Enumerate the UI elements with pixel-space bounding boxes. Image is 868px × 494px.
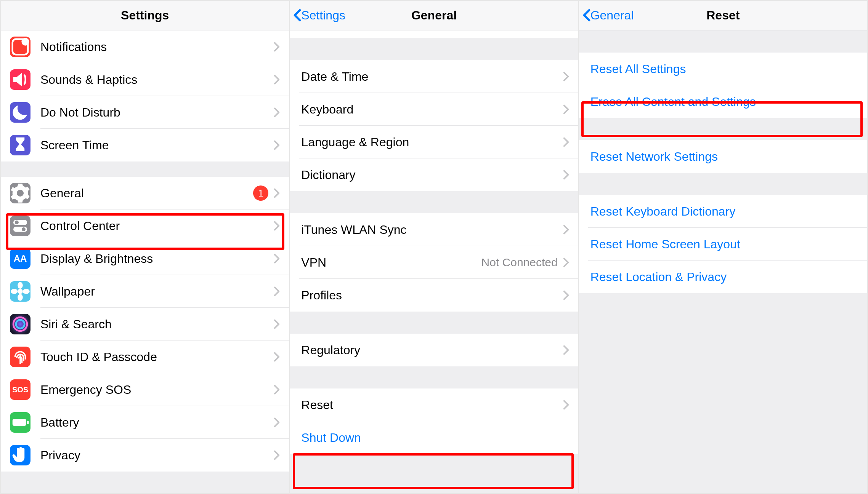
navbar-reset: General Reset (579, 1, 867, 30)
row-label: Battery (40, 416, 274, 430)
svg-point-7 (19, 283, 22, 288)
back-button-reset[interactable]: General (583, 1, 634, 30)
row-reset-keyboard-dictionary[interactable]: Reset Keyboard Dictionary (579, 195, 867, 228)
row-date-time[interactable]: Date & Time (290, 60, 578, 93)
row-battery[interactable]: Battery (1, 406, 289, 439)
settings-group-1: Notifications Sounds & Haptics (1, 30, 289, 161)
chevron-right-icon (563, 72, 569, 82)
chevron-right-icon (563, 225, 569, 235)
chevron-right-icon (563, 345, 569, 355)
general-group-d: Reset Shut Down (290, 388, 578, 454)
back-button-general[interactable]: Settings (294, 1, 345, 30)
row-label: Touch ID & Passcode (40, 350, 274, 364)
row-screen-time[interactable]: Screen Time (1, 129, 289, 161)
row-profiles[interactable]: Profiles (290, 279, 578, 312)
row-reset-location-privacy[interactable]: Reset Location & Privacy (579, 261, 867, 293)
row-notifications[interactable]: Notifications (1, 30, 289, 63)
row-label: VPN (301, 256, 481, 270)
row-label: Dictionary (301, 168, 563, 182)
navbar-settings: Settings (1, 1, 289, 30)
row-label: Do Not Disturb (40, 106, 274, 120)
row-label: Siri & Search (40, 317, 274, 331)
reset-group-a: Reset All Settings Erase All Content and… (579, 53, 867, 118)
svg-point-12 (16, 320, 25, 329)
chevron-right-icon (274, 140, 280, 150)
row-reset-all-settings[interactable]: Reset All Settings (579, 53, 867, 85)
row-reset-network-settings[interactable]: Reset Network Settings (579, 140, 867, 173)
row-siri-search[interactable]: Siri & Search (1, 308, 289, 341)
fingerprint-icon (10, 347, 30, 367)
pane-reset: General Reset Reset All Settings Erase A… (579, 1, 867, 493)
row-reset[interactable]: Reset (290, 388, 578, 421)
row-display-brightness[interactable]: AA Display & Brightness (1, 242, 289, 275)
switches-icon (10, 216, 30, 236)
row-regulatory[interactable]: Regulatory (290, 334, 578, 366)
moon-icon (10, 102, 30, 123)
badge-count: 1 (253, 185, 268, 201)
row-general[interactable]: General 1 (1, 177, 289, 209)
row-label: Screen Time (40, 138, 274, 152)
svg-point-1 (21, 38, 29, 45)
chevron-right-icon (274, 107, 280, 117)
siri-icon (10, 314, 30, 334)
row-reset-home-screen-layout[interactable]: Reset Home Screen Layout (579, 228, 867, 261)
hand-icon (10, 445, 30, 465)
chevron-right-icon (563, 104, 569, 114)
row-erase-all-content[interactable]: Erase All Content and Settings (579, 85, 867, 118)
general-group-b: iTunes WLAN Sync VPN Not Connected Profi… (290, 213, 578, 312)
row-label: Date & Time (301, 70, 563, 84)
sounds-icon (10, 69, 30, 90)
svg-rect-14 (27, 421, 29, 424)
row-sounds-haptics[interactable]: Sounds & Haptics (1, 63, 289, 96)
row-label: Shut Down (301, 431, 569, 445)
row-language-region[interactable]: Language & Region (290, 126, 578, 158)
row-label: Reset Network Settings (590, 150, 858, 164)
chevron-right-icon (274, 417, 280, 427)
row-dictionary[interactable]: Dictionary (290, 158, 578, 191)
chevron-right-icon (274, 221, 280, 231)
row-control-center[interactable]: Control Center (1, 209, 289, 242)
svg-rect-13 (13, 419, 26, 426)
row-emergency-sos[interactable]: SOS Emergency SOS (1, 373, 289, 406)
gear-icon (10, 183, 30, 203)
notifications-icon (10, 37, 30, 57)
back-label: General (590, 8, 634, 22)
row-label: Profiles (301, 288, 563, 302)
aa-icon: AA (10, 248, 30, 269)
content-reset: Reset All Settings Erase All Content and… (579, 30, 867, 493)
row-keyboard[interactable]: Keyboard (290, 93, 578, 126)
reset-group-b: Reset Network Settings (579, 140, 867, 173)
general-group-c: Regulatory (290, 334, 578, 366)
chevron-right-icon (274, 319, 280, 329)
row-do-not-disturb[interactable]: Do Not Disturb (1, 96, 289, 129)
chevron-right-icon (274, 385, 280, 395)
content-general: Date & Time Keyboard Language & Region D… (290, 30, 578, 493)
navbar-general: Settings General (290, 1, 578, 30)
row-wallpaper[interactable]: Wallpaper (1, 275, 289, 308)
row-label: Regulatory (301, 343, 563, 357)
svg-point-5 (22, 227, 26, 231)
row-label: Wallpaper (40, 285, 274, 299)
row-label: Notifications (40, 40, 274, 54)
flower-icon (10, 281, 30, 302)
pane-settings: Settings Notifications Sounds & Haptics (1, 1, 290, 493)
reset-group-c: Reset Keyboard Dictionary Reset Home Scr… (579, 195, 867, 293)
back-label: Settings (301, 8, 345, 22)
svg-point-6 (18, 289, 23, 294)
row-privacy[interactable]: Privacy (1, 439, 289, 472)
chevron-left-icon (294, 9, 301, 22)
chevron-right-icon (274, 450, 280, 460)
row-itunes-wlan-sync[interactable]: iTunes WLAN Sync (290, 213, 578, 246)
row-label: Reset Home Screen Layout (590, 237, 858, 251)
row-label: Reset (301, 398, 563, 412)
row-touch-id-passcode[interactable]: Touch ID & Passcode (1, 341, 289, 373)
general-group-a: Date & Time Keyboard Language & Region D… (290, 60, 578, 191)
svg-point-9 (12, 290, 17, 293)
row-shut-down[interactable]: Shut Down (290, 421, 578, 454)
row-vpn[interactable]: VPN Not Connected (290, 246, 578, 279)
chevron-right-icon (563, 170, 569, 180)
svg-point-8 (19, 295, 22, 300)
page-title: Reset (706, 8, 740, 22)
pane-general: Settings General Date & Time Keyboard (290, 1, 579, 493)
row-label: Reset Keyboard Dictionary (590, 205, 858, 219)
